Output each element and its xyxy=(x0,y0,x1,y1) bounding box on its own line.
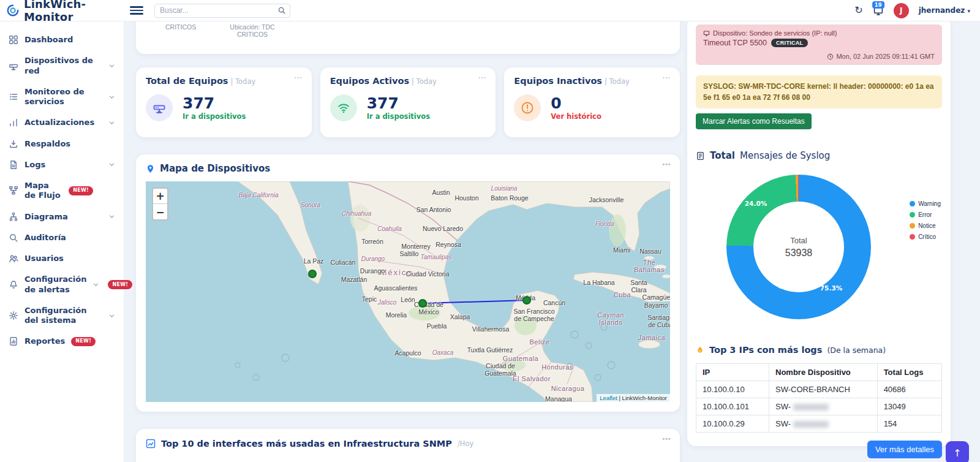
critical-alert[interactable]: Dispositivo: Sondeo de servicios (IP: nu… xyxy=(696,25,942,65)
stat-card-value: 0 xyxy=(551,95,601,112)
sidebar-item-configuraci-n-de-alertas[interactable]: Configuración de alertasNEW! xyxy=(0,269,124,300)
search-input[interactable] xyxy=(155,6,274,15)
search-icon[interactable] xyxy=(274,6,290,15)
search-box[interactable] xyxy=(154,4,290,18)
syslog-chart-section: Total Mensajes de Syslog 24.0% 75.3% Tot… xyxy=(696,150,942,334)
hamburger-menu-icon[interactable] xyxy=(130,6,143,15)
stat-card-equipos-inactivos: Equipos Inactivos| Today⋯0Ver histórico xyxy=(504,67,680,137)
sidebar-item-usuarios[interactable]: Usuarios xyxy=(0,248,124,269)
notifications-icon[interactable]: 19 xyxy=(873,6,884,16)
see-more-details-button[interactable]: Ver más detalles xyxy=(867,441,942,458)
chevron-down-icon xyxy=(108,312,115,319)
top-interfaces-title: Top 10 de interfaces más usadas en Infra… xyxy=(161,439,452,449)
sidebar-item-monitoreo-de-servicios[interactable]: Monitoreo de servicios xyxy=(0,81,124,113)
user-menu[interactable]: jhernandez ▾ xyxy=(919,6,970,15)
top-ips-title: Top 3 IPs con más logs xyxy=(709,345,822,355)
top-ips-subtitle: (De la semana) xyxy=(827,346,886,355)
sidebar-item-respaldos[interactable]: Respaldos xyxy=(0,134,124,154)
cell-device-name: SW- xyxy=(769,398,878,415)
stat-card-total-de-equipos: Total de Equipos| Today⋯377Ir a disposit… xyxy=(136,67,312,137)
cell-ip: 10.100.0.29 xyxy=(696,415,769,433)
map-card-menu[interactable]: ⋯ xyxy=(662,159,671,169)
sidebar-item-reportes[interactable]: ReportesNEW! xyxy=(0,331,124,352)
sidebar-item-dispositivos-de-red[interactable]: Dispositivos de red xyxy=(0,50,124,81)
donut-warning-percent: 75.3% xyxy=(820,284,842,292)
scrolled-card-remnant: CRITICOS Ubicación: TDC CRITICOS xyxy=(136,21,680,54)
legend-dot xyxy=(910,223,915,229)
donut-error-percent: 24.0% xyxy=(745,200,767,207)
table-row: 10.100.0.10SW-CORE-BRANCH40686 xyxy=(696,381,942,398)
legend-item-warning[interactable]: Warning xyxy=(910,200,941,207)
sidebar-item-label: Diagrama xyxy=(24,212,68,222)
leaflet-link[interactable]: Leaflet xyxy=(600,395,617,401)
checklist-icon xyxy=(9,92,18,102)
syslog-donut-chart[interactable]: 24.0% 75.3% Total 53938 xyxy=(726,175,871,319)
alert-text: Timeout TCP 5500 xyxy=(703,39,767,47)
sidebar-item-mapa-de-flujo[interactable]: Mapa de FlujoNEW! xyxy=(0,175,124,206)
stat-card-menu[interactable]: ⋯ xyxy=(662,72,671,82)
legend-dot xyxy=(910,201,915,206)
syslog-alert[interactable]: SYSLOG: SW-MR-TDC-CORE kernel: ll header… xyxy=(696,75,942,108)
table-header: Nombre Dispositivo xyxy=(769,364,878,381)
resolve-alerts-button[interactable]: Marcar Alertas como Resueltas xyxy=(696,113,812,129)
brand-name: LinkWich-Monitor xyxy=(24,0,124,23)
stat-card-menu[interactable]: ⋯ xyxy=(478,72,487,82)
device-marker-2[interactable] xyxy=(418,299,427,308)
cell-device-name: SW-CORE-BRANCH xyxy=(769,381,878,398)
brand[interactable]: LinkWich-Monitor xyxy=(0,0,124,23)
map-zoom-out-button[interactable]: − xyxy=(153,204,167,219)
device-icon xyxy=(9,61,18,71)
top-interfaces-menu[interactable]: ⋯ xyxy=(662,434,671,444)
stat-card-equipos-activos: Equipos Activos| Today⋯377Ir a dispositi… xyxy=(320,67,496,137)
flame-icon xyxy=(696,346,704,355)
legend-item-notice[interactable]: Notice xyxy=(910,222,941,229)
sidebar-item-label: Monitoreo de servicios xyxy=(24,87,102,107)
top-ips-section: Top 3 IPs con más logs (De la semana) IP… xyxy=(696,345,942,433)
legend-label: Error xyxy=(918,211,932,218)
top-interfaces-card: Top 10 de interfaces más usadas en Infra… xyxy=(136,429,680,462)
syslog-doc-icon xyxy=(696,151,705,161)
sidebar-item-logs[interactable]: Logs xyxy=(0,154,124,175)
map-zoom-in-button[interactable]: + xyxy=(153,189,167,204)
stat-card-link[interactable]: Ver histórico xyxy=(551,112,601,121)
stat-card-period: | Today xyxy=(605,77,630,86)
stat-card-menu[interactable]: ⋯ xyxy=(294,72,303,82)
legend-item-crítico[interactable]: Crítico xyxy=(910,233,941,240)
top-bar: LinkWich-Monitor ↻ 19 J jhernandez ▾ xyxy=(0,0,980,21)
legend-item-error[interactable]: Error xyxy=(910,211,941,218)
sidebar-item-diagrama[interactable]: Diagrama xyxy=(0,206,124,227)
legend-label: Warning xyxy=(918,200,941,207)
sidebar-item-dashboard[interactable]: Dashboard xyxy=(0,29,124,50)
map-card-title: Mapa de Dispositivos xyxy=(160,163,270,174)
chevron-down-icon xyxy=(108,161,115,168)
donut-center: Total 53938 xyxy=(753,202,844,292)
avatar[interactable]: J xyxy=(894,3,909,18)
redacted-text xyxy=(793,404,829,411)
main-area: CRITICOS Ubicación: TDC CRITICOS Total d… xyxy=(124,21,980,462)
alert-icon xyxy=(514,94,541,121)
donut-center-label: Total xyxy=(790,236,807,245)
stat-cards-row: Total de Equipos| Today⋯377Ir a disposit… xyxy=(136,67,680,137)
scroll-to-top-button[interactable]: ↑ xyxy=(946,441,969,462)
sidebar-item-label: Dispositivos de red xyxy=(24,56,102,76)
sidebar-item-configuraci-n-del-sistema[interactable]: Configuración del sistema xyxy=(0,300,124,331)
device-map-card: Mapa de Dispositivos ⋯ xyxy=(136,154,680,412)
leaflet-map[interactable]: + − Leaflet | LinkWich-Monitor Baja Cali… xyxy=(146,181,670,402)
device-marker-3[interactable] xyxy=(522,296,531,305)
cell-total-logs: 13049 xyxy=(877,398,941,415)
map-attribution: Leaflet | LinkWich-Monitor xyxy=(597,394,670,402)
sidebar-item-actualizaciones[interactable]: Actualizaciones xyxy=(0,112,124,133)
legend-label: Notice xyxy=(918,222,935,229)
chevron-down-icon xyxy=(92,281,99,288)
stat-card-link[interactable]: Ir a dispositivos xyxy=(367,112,430,121)
sidebar-item-auditor-a[interactable]: Auditoría xyxy=(0,227,124,248)
cell-total-logs: 40686 xyxy=(877,381,941,398)
alert-timestamp: Mon, 02 Jun 2025 09:11:41 GMT xyxy=(836,53,935,60)
sidebar: DashboardDispositivos de redMonitoreo de… xyxy=(0,21,124,462)
stat-card-value: 377 xyxy=(367,95,430,112)
device-marker-1[interactable] xyxy=(308,270,317,278)
remnant-text-ubicacion: Ubicación: TDC CRITICOS xyxy=(216,23,289,38)
syslog-chart-title-strong: Total xyxy=(710,150,735,161)
stat-card-link[interactable]: Ir a dispositivos xyxy=(183,112,246,121)
refresh-icon[interactable]: ↻ xyxy=(854,6,862,15)
